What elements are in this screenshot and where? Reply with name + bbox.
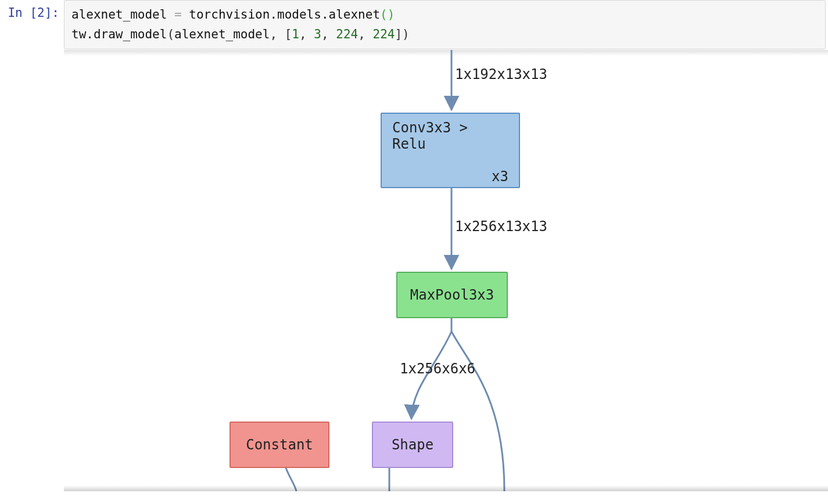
graph-node-shape[interactable]: Shape (372, 422, 453, 468)
code-token: [ (285, 27, 292, 41)
code-token: tw.draw_model (71, 27, 167, 41)
code-token: ( (380, 8, 388, 21)
input-prompt: In [2]: (0, 0, 64, 49)
prompt-exec-count: 2 (37, 6, 45, 20)
notebook-input-cell: In [2]: alexnet_model = torchvision.mode… (0, 0, 828, 50)
code-token: 224 (336, 27, 358, 41)
code-token: , (270, 27, 284, 41)
prompt-prefix: In (8, 6, 30, 20)
node-label: Shape (392, 437, 433, 453)
code-token: ) (402, 27, 410, 41)
code-token: = (167, 8, 189, 21)
code-token: , (321, 27, 336, 41)
graph-node-conv-relu[interactable]: Conv3x3 > Relu x3 (381, 113, 520, 188)
code-editor[interactable]: alexnet_model = torchvision.models.alexn… (64, 0, 826, 49)
code-token: alexnet_model (174, 27, 270, 41)
node-multiplier: x3 (392, 168, 508, 185)
code-token: ] (395, 27, 402, 41)
graph-node-maxpool[interactable]: MaxPool3x3 (396, 272, 508, 318)
code-token: , (299, 27, 314, 41)
code-token: ) (388, 8, 395, 21)
prompt-close-bracket: ] (45, 6, 52, 20)
code-token: torchvision.models.alexnet (189, 8, 380, 21)
code-token: 224 (373, 27, 395, 41)
node-label: Constant (246, 437, 313, 453)
node-label: Conv3x3 > Relu (392, 120, 508, 152)
code-token: ( (167, 27, 174, 41)
prompt-colon: : (52, 6, 59, 20)
edge-label: 1x256x6x6 (400, 361, 475, 377)
output-graph-area[interactable]: 1x192x13x13 1x256x13x13 1x256x6x6 Conv3x… (64, 50, 828, 491)
code-token: alexnet_model (71, 8, 167, 21)
node-label: MaxPool3x3 (410, 287, 494, 303)
code-token: , (358, 27, 372, 41)
prompt-open-bracket: [ (30, 6, 37, 20)
graph-node-constant[interactable]: Constant (230, 422, 329, 468)
edge-label: 1x256x13x13 (455, 218, 547, 235)
code-token: 1 (292, 27, 299, 41)
code-token: 3 (314, 27, 321, 41)
edge-label: 1x192x13x13 (455, 66, 547, 82)
